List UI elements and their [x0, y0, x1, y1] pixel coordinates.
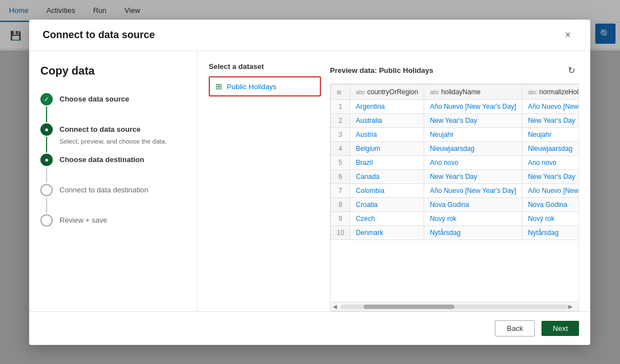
- modal-footer: Back Next: [29, 311, 590, 345]
- holiday-cell: Nieuwjaarsdag: [424, 142, 522, 156]
- country-cell: Croatia: [350, 198, 424, 212]
- step-connect-source: ● Connect to data source Select, preview…: [40, 123, 186, 154]
- country-cell: Denmark: [350, 226, 424, 240]
- table-row: 1 Argentina Año Nuevo [New Year's Day] A…: [331, 100, 580, 114]
- table-row: 3 Austria Neujahr Neujahr: [331, 128, 580, 142]
- step2-sublabel: Select, preview, and choose the data.: [59, 137, 186, 146]
- scroll-right-btn[interactable]: ▶: [568, 303, 576, 310]
- step4-icon: [40, 184, 53, 196]
- step4-label: Connect to data destination: [59, 184, 186, 196]
- modal-overlay: Connect to data source × Copy data ✓: [0, 0, 620, 364]
- app-shell: Home Activities Run View 💾 🔍 Connect to …: [0, 0, 620, 364]
- modal-title: Connect to data source: [43, 29, 559, 41]
- scrollbar-track[interactable]: [341, 305, 568, 309]
- holiday-cell: Año Nuevo [New Year's Day]: [424, 100, 522, 114]
- holiday-cell: New Year's Day: [424, 114, 522, 128]
- step-review-save: Review + save: [40, 214, 186, 229]
- normalize-cell: Nova Godina: [522, 198, 579, 212]
- holiday-cell: New Year's Day: [424, 170, 522, 184]
- steps-title: Copy data: [40, 64, 186, 77]
- modal-close-button[interactable]: ×: [559, 26, 577, 44]
- dataset-item-label: Public Holidays: [227, 82, 277, 91]
- row-num-cell: 7: [331, 184, 350, 198]
- holiday-cell: Nový rok: [424, 212, 522, 226]
- step2-label: Connect to data source: [59, 123, 186, 136]
- horizontal-scrollbar[interactable]: ◀ ▶: [330, 302, 579, 311]
- step3-label: Choose data destination: [59, 154, 186, 166]
- normalize-cell: Ano novo: [522, 156, 579, 170]
- normalize-cell: Nový rok: [522, 212, 579, 226]
- country-cell: Brazil: [350, 156, 424, 170]
- normalize-cell: Año Nuevo [New Year's Day]: [522, 100, 579, 114]
- step5-content: Review + save: [59, 214, 186, 229]
- step5-icon: [40, 214, 53, 227]
- step3-icon: ●: [40, 154, 53, 166]
- step1-icon: ✓: [40, 93, 53, 105]
- content-panel: Select a dataset ⊞ Public Holidays Previ…: [198, 51, 590, 311]
- normalize-cell: Año Nuevo [New Year's Day]: [522, 184, 579, 198]
- holiday-cell: Nytårsdag: [424, 226, 522, 240]
- modal-dialog: Connect to data source × Copy data ✓: [29, 20, 590, 345]
- steps-panel: Copy data ✓ Choose data source: [29, 51, 198, 311]
- table-header-row: ⊞ abccountryOrRegion abcholidayName abcn…: [331, 85, 580, 100]
- normalize-cell: Neujahr: [522, 128, 579, 142]
- dataset-section-header: Select a dataset: [209, 62, 321, 71]
- holiday-cell: Neujahr: [424, 128, 522, 142]
- step4-connector: [40, 184, 53, 214]
- table-row: 6 Canada New Year's Day New Year's Day: [331, 170, 580, 184]
- table-row: 9 Czech Nový rok Nový rok: [331, 212, 580, 226]
- row-num-cell: 3: [331, 128, 350, 142]
- data-table: ⊞ abccountryOrRegion abcholidayName abcn…: [330, 84, 579, 240]
- holiday-cell: Ano novo: [424, 156, 522, 170]
- scrollbar-thumb[interactable]: [364, 305, 454, 309]
- table-row: 5 Brazil Ano novo Ano novo: [331, 156, 580, 170]
- table-row: 7 Colombia Año Nuevo [New Year's Day] Añ…: [331, 184, 580, 198]
- col-holiday-header: abcholidayName: [424, 85, 522, 100]
- data-table-wrapper[interactable]: ⊞ abccountryOrRegion abcholidayName abcn…: [330, 84, 579, 302]
- dataset-table-icon: ⊞: [215, 82, 222, 91]
- normalize-cell: New Year's Day: [522, 114, 579, 128]
- table-row: 10 Denmark Nytårsdag Nytårsdag: [331, 226, 580, 240]
- step-choose-source: ✓ Choose data source: [40, 93, 186, 123]
- preview-panel: Preview data: Public Holidays ↻ ⊞ abccou…: [330, 62, 579, 311]
- preview-header: Preview data: Public Holidays ↻: [330, 62, 579, 78]
- back-button[interactable]: Back: [495, 320, 535, 337]
- country-cell: Canada: [350, 170, 424, 184]
- normalize-cell: Nytårsdag: [522, 226, 579, 240]
- row-num-cell: 4: [331, 142, 350, 156]
- refresh-button[interactable]: ↻: [563, 62, 579, 78]
- content-inner: Select a dataset ⊞ Public Holidays Previ…: [209, 62, 579, 311]
- row-num-cell: 10: [331, 226, 350, 240]
- holiday-cell: Nova Godina: [424, 198, 522, 212]
- step1-label: Choose data source: [59, 93, 186, 105]
- step3-line: [46, 167, 47, 183]
- country-cell: Colombia: [350, 184, 424, 198]
- step-connect-dest: Connect to data destination: [40, 184, 186, 214]
- modal-header: Connect to data source ×: [29, 20, 590, 51]
- country-cell: Austria: [350, 128, 424, 142]
- row-num-cell: 8: [331, 198, 350, 212]
- next-button[interactable]: Next: [541, 321, 579, 336]
- modal-body: Copy data ✓ Choose data source: [29, 51, 590, 311]
- row-num-cell: 2: [331, 114, 350, 128]
- scroll-left-btn[interactable]: ◀: [333, 303, 341, 310]
- step1-line: [46, 107, 47, 122]
- dataset-item-public-holidays[interactable]: ⊞ Public Holidays: [209, 76, 321, 96]
- step2-content: Connect to data source Select, preview, …: [59, 123, 186, 148]
- step2-icon: ●: [40, 123, 53, 136]
- country-cell: Australia: [350, 114, 424, 128]
- row-num-cell: 6: [331, 170, 350, 184]
- dataset-selector: Select a dataset ⊞ Public Holidays: [209, 62, 321, 311]
- country-cell: Czech: [350, 212, 424, 226]
- step2-connector: ●: [40, 123, 53, 154]
- row-num-cell: 9: [331, 212, 350, 226]
- step1-connector: ✓: [40, 93, 53, 123]
- step5-label: Review + save: [59, 214, 186, 227]
- col-num-header: ⊞: [331, 85, 350, 100]
- preview-title: Preview data: Public Holidays: [330, 66, 433, 75]
- normalize-cell: New Year's Day: [522, 170, 579, 184]
- holiday-cell: Año Nuevo [New Year's Day]: [424, 184, 522, 198]
- step3-connector: ●: [40, 154, 53, 184]
- table-row: 8 Croatia Nova Godina Nova Godina: [331, 198, 580, 212]
- country-cell: Argentina: [350, 100, 424, 114]
